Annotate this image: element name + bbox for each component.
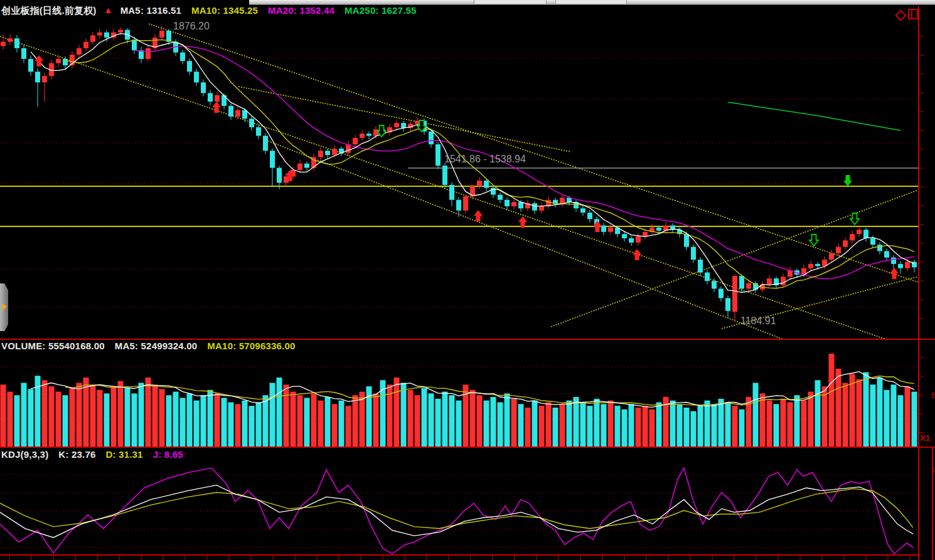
scrollbar-thumb[interactable] <box>474 0 547 4</box>
volume-ma10-value: MA10: 57096336.00 <box>207 341 295 351</box>
up-arrow-icon: ▲ <box>104 5 113 17</box>
low-price-label: 1184.91 <box>740 315 776 327</box>
kdj-j-value: J: 8.65 <box>153 449 183 460</box>
ma10-value: MA10: 1345.25 <box>191 5 258 17</box>
right-axis-partial-label: 5 <box>931 391 935 400</box>
left-panel-handle[interactable] <box>0 283 8 331</box>
split-divider <box>911 10 912 18</box>
kdj-name: KDJ(9,3,3) <box>1 449 48 460</box>
axes <box>0 6 935 560</box>
split-window-icon[interactable] <box>908 9 918 19</box>
gap-range-label: 1541.86 - 1538.94 <box>444 154 526 165</box>
instrument-title: 创业板指(日线.前复权) <box>1 5 97 17</box>
ma250-value: MA250: 1627.55 <box>345 5 417 17</box>
chart-canvas[interactable] <box>0 0 935 560</box>
volume-pane <box>0 354 919 446</box>
main-chart-header: 创业板指(日线.前复权) ▲ MA5: 1316.51 MA10: 1345.2… <box>1 5 417 17</box>
right-axis-partial-label: 1 <box>931 465 935 474</box>
stock-chart-app: { "header": { "title": "创业板指(日线.前复权)", "… <box>0 0 935 560</box>
top-scrollbar[interactable] <box>249 0 935 5</box>
kdj-pane <box>0 468 919 554</box>
kdj-d-value: D: 31.31 <box>106 449 143 460</box>
pane-scale-label: X1 <box>920 433 930 443</box>
volume-ma5-value: MA5: 52499324.00 <box>115 341 198 351</box>
kdj-header: KDJ(9,3,3) K: 23.76 D: 31.31 J: 8.65 <box>1 449 183 460</box>
expand-arrow-icon <box>2 303 7 310</box>
volume-header: VOLUME: 55540168.00 MA5: 52499324.00 MA1… <box>1 341 296 351</box>
ma5-value: MA5: 1316.51 <box>120 5 181 17</box>
kdj-k-value: K: 23.76 <box>58 449 95 460</box>
peak-price-label: 1876.20 <box>173 21 210 32</box>
volume-value: VOLUME: 55540168.00 <box>1 341 105 351</box>
main-pane <box>0 24 919 339</box>
ma20-value: MA20: 1352.44 <box>268 5 334 17</box>
scrollbar-thumb[interactable] <box>555 0 627 4</box>
